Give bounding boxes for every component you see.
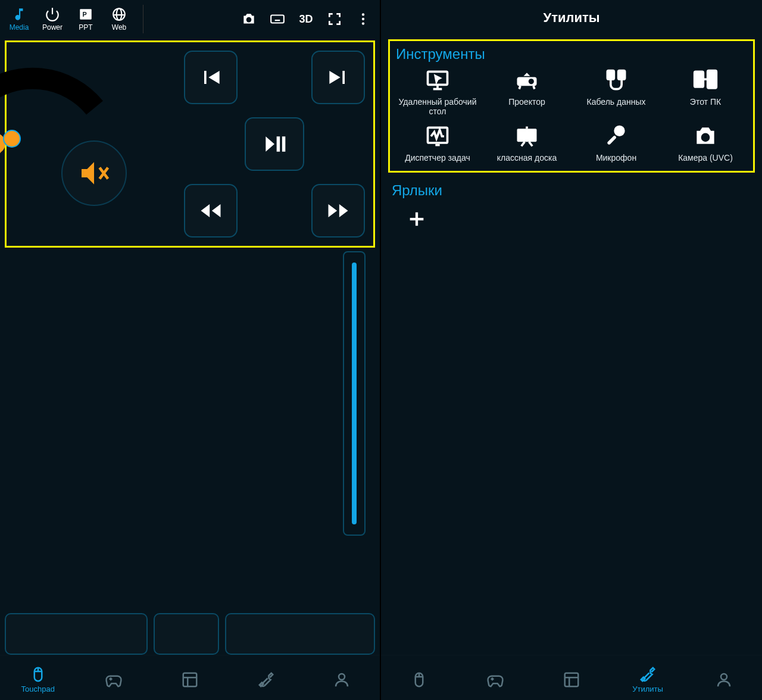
mouse-icon xyxy=(410,671,428,689)
layout-icon xyxy=(563,671,580,689)
nav-utilities[interactable] xyxy=(239,671,293,689)
action-keyboard[interactable] xyxy=(264,6,291,32)
media-button-grid xyxy=(143,42,373,246)
left-panel: Media Power P PPT Web 3D xyxy=(0,0,381,700)
svg-rect-25 xyxy=(565,673,579,686)
nav-user[interactable] xyxy=(315,671,368,689)
keyboard-icon xyxy=(270,11,285,27)
shortcuts-heading: Ярлыки xyxy=(392,182,762,199)
data-cable-icon xyxy=(603,67,629,93)
previous-track-icon xyxy=(198,64,224,90)
action-fullscreen[interactable] xyxy=(321,6,348,32)
tool-label: Кабель данных xyxy=(587,97,646,107)
add-shortcut-button[interactable] xyxy=(399,201,435,237)
tab-web[interactable]: Web xyxy=(104,2,135,36)
bottom-nav-left: Touchpad xyxy=(0,655,380,700)
tool-data-cable[interactable]: Кабель данных xyxy=(574,67,658,116)
nav-utilities[interactable]: Утилиты xyxy=(621,665,674,693)
tab-power[interactable]: Power xyxy=(37,2,68,36)
tool-label: Удаленный рабочий стол xyxy=(396,97,479,116)
svg-point-23 xyxy=(701,133,710,142)
tab-label: Web xyxy=(112,23,126,32)
tab-ppt[interactable]: P PPT xyxy=(70,2,101,36)
middle-click-button[interactable] xyxy=(154,613,219,655)
music-note-icon xyxy=(11,7,27,22)
user-icon xyxy=(333,671,351,689)
svg-rect-17 xyxy=(695,71,704,87)
tool-label: Микрофон xyxy=(596,153,636,162)
right-click-button[interactable] xyxy=(225,613,375,655)
tool-label: классная доска xyxy=(497,153,557,162)
play-pause-button[interactable] xyxy=(245,117,304,171)
nav-touchpad[interactable]: Touchpad xyxy=(11,665,65,693)
svg-rect-20 xyxy=(517,129,537,142)
nav-layout[interactable] xyxy=(163,671,217,689)
tool-microphone[interactable]: Микрофон xyxy=(574,123,658,162)
volume-dial[interactable] xyxy=(7,42,143,246)
nav-label: Утилиты xyxy=(632,685,663,693)
rewind-button[interactable] xyxy=(184,184,238,238)
page-title: Утилиты xyxy=(381,0,762,36)
mute-button[interactable] xyxy=(61,140,127,206)
svg-rect-10 xyxy=(183,673,197,686)
activity-monitor-icon xyxy=(424,123,451,149)
tool-this-pc[interactable]: Этот ПК xyxy=(664,67,747,116)
tool-label: Проектор xyxy=(508,97,545,107)
volume-knob[interactable] xyxy=(3,130,21,148)
tool-projector[interactable]: Проектор xyxy=(485,67,569,116)
svg-text:P: P xyxy=(83,11,87,18)
mouse-icon xyxy=(29,665,47,683)
user-icon xyxy=(715,671,733,689)
nav-label: Touchpad xyxy=(21,685,55,693)
layout-icon xyxy=(181,671,199,689)
gamepad-icon xyxy=(486,671,504,689)
tab-media[interactable]: Media xyxy=(4,2,35,36)
play-pause-icon xyxy=(261,131,288,157)
nav-layout[interactable] xyxy=(545,671,598,689)
vertical-dots-icon xyxy=(355,11,371,27)
plus-icon xyxy=(407,209,427,229)
action-more[interactable] xyxy=(350,6,376,32)
camera-icon xyxy=(241,11,257,27)
forward-button[interactable] xyxy=(311,184,365,238)
three-d-label: 3D xyxy=(299,13,313,26)
nav-user[interactable] xyxy=(697,671,751,689)
svg-rect-18 xyxy=(708,71,717,88)
tool-remote-desktop[interactable]: Удаленный рабочий стол xyxy=(396,67,479,116)
nav-gamepad[interactable] xyxy=(469,671,522,689)
divider xyxy=(143,5,143,33)
svg-point-14 xyxy=(529,79,534,84)
fullscreen-icon xyxy=(327,11,342,27)
tools-grid: Удаленный рабочий стол Проектор Кабель д… xyxy=(396,67,747,162)
scroll-bar[interactable] xyxy=(343,251,366,536)
mute-icon xyxy=(77,157,111,190)
tool-task-manager[interactable]: Диспетчер задач xyxy=(396,123,479,162)
rewind-icon xyxy=(198,198,224,224)
wrench-screwdriver-icon xyxy=(639,665,657,683)
next-track-button[interactable] xyxy=(311,51,365,104)
nav-gamepad[interactable] xyxy=(87,671,140,689)
prev-track-button[interactable] xyxy=(184,51,238,104)
svg-point-8 xyxy=(362,22,364,24)
tool-whiteboard[interactable]: классная доска xyxy=(485,123,569,162)
action-camera[interactable] xyxy=(236,6,262,32)
svg-rect-15 xyxy=(607,71,614,80)
svg-point-26 xyxy=(721,674,727,680)
svg-point-7 xyxy=(362,18,364,20)
fast-forward-icon xyxy=(325,198,351,224)
trackpad-area[interactable] xyxy=(5,251,375,655)
gamepad-icon xyxy=(105,671,123,689)
scroll-thumb[interactable] xyxy=(352,262,357,524)
nav-touchpad[interactable] xyxy=(392,671,446,689)
tool-label: Диспетчер задач xyxy=(405,153,470,162)
tab-label: PPT xyxy=(79,23,92,32)
left-click-button[interactable] xyxy=(5,613,148,655)
tool-camera-uvc[interactable]: Камера (UVC) xyxy=(664,123,747,162)
tab-label: Power xyxy=(42,23,63,32)
svg-point-6 xyxy=(362,13,364,15)
svg-rect-16 xyxy=(619,71,625,80)
projector-icon xyxy=(514,67,540,93)
phone-pc-icon xyxy=(692,67,719,93)
top-toolbar: Media Power P PPT Web 3D xyxy=(0,0,380,38)
action-3d[interactable]: 3D xyxy=(293,6,319,32)
